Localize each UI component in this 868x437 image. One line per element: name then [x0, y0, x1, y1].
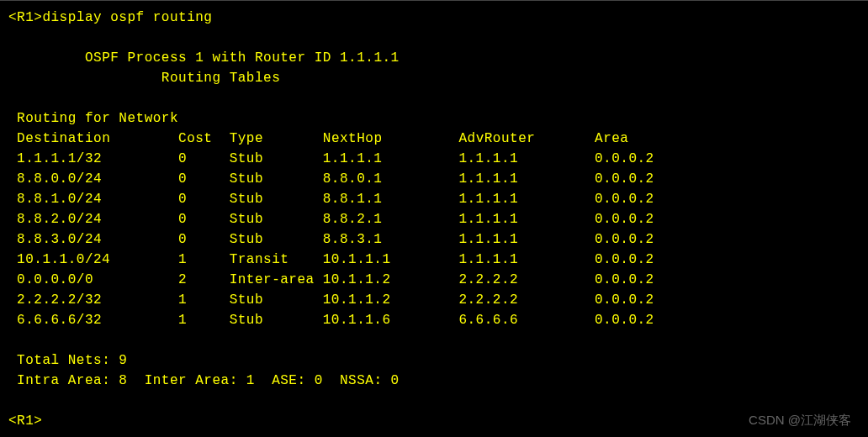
- blank-line: [8, 391, 860, 411]
- section-title: Routing for Network: [8, 108, 860, 129]
- blank-line: [8, 88, 860, 108]
- blank-line: [8, 28, 860, 48]
- col-area: Area: [595, 131, 628, 146]
- table-row: 1.1.1.1/32 0 Stub 1.1.1.1 1.1.1.1 0.0.0.…: [8, 149, 860, 169]
- totals-breakdown: Intra Area: 8 Inter Area: 1 ASE: 0 NSSA:…: [8, 371, 860, 391]
- command-line[interactable]: <R1>display ospf routing: [8, 8, 860, 28]
- watermark: CSDN @江湖侠客: [749, 413, 851, 429]
- ospf-header: OSPF Process 1 with Router ID 1.1.1.1: [8, 48, 860, 68]
- table-row: 10.1.1.0/24 1 Transit 10.1.1.1 1.1.1.1 0…: [8, 250, 860, 270]
- command-text: display ospf routing: [42, 10, 212, 25]
- table-row: 8.8.2.0/24 0 Stub 8.8.2.1 1.1.1.1 0.0.0.…: [8, 209, 860, 229]
- table-row: 8.8.0.0/24 0 Stub 8.8.0.1 1.1.1.1 0.0.0.…: [8, 169, 860, 189]
- table-row: 8.8.3.0/24 0 Stub 8.8.3.1 1.1.1.1 0.0.0.…: [8, 229, 860, 250]
- col-type: Type: [230, 131, 263, 146]
- col-destination: Destination: [17, 131, 110, 146]
- table-row: 8.8.1.0/24 0 Stub 8.8.1.1 1.1.1.1 0.0.0.…: [8, 189, 860, 209]
- total-nets: Total Nets: 9: [8, 350, 860, 371]
- blank-line: [8, 330, 860, 350]
- routing-tables-header: Routing Tables: [8, 68, 860, 88]
- table-header-row: Destination Cost Type NextHop AdvRouter …: [8, 129, 860, 149]
- prompt: <R1>: [8, 10, 42, 25]
- col-cost: Cost: [178, 131, 212, 146]
- table-row: 0.0.0.0/0 2 Inter-area 10.1.1.2 2.2.2.2 …: [8, 270, 860, 290]
- prompt-end[interactable]: <R1>: [8, 411, 860, 431]
- table-row: 2.2.2.2/32 1 Stub 10.1.1.2 2.2.2.2 0.0.0…: [8, 290, 860, 310]
- col-advrouter: AdvRouter: [458, 131, 535, 146]
- table-row: 6.6.6.6/32 1 Stub 10.1.1.6 6.6.6.6 0.0.0…: [8, 310, 860, 330]
- col-nexthop: NextHop: [323, 131, 383, 146]
